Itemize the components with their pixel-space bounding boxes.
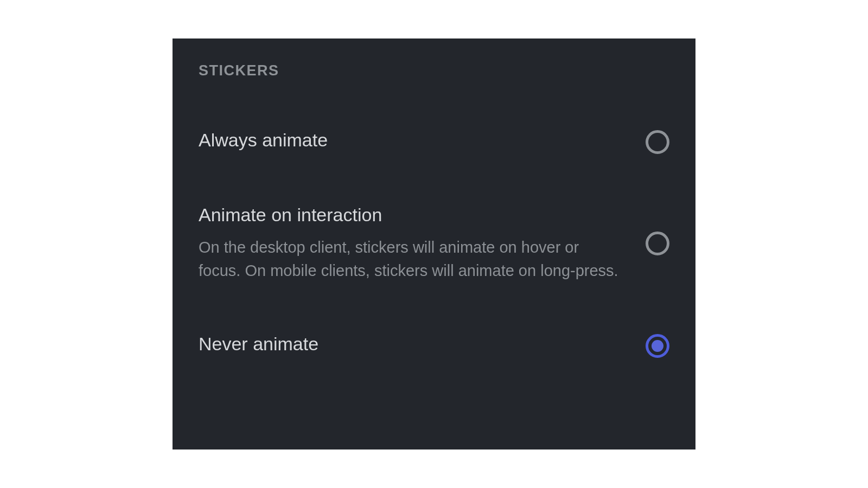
radio-animate-on-interaction[interactable] [646, 232, 669, 255]
option-title: Animate on interaction [199, 204, 624, 226]
radio-never-animate[interactable] [646, 334, 669, 358]
option-animate-on-interaction[interactable]: Animate on interaction On the desktop cl… [199, 204, 669, 283]
section-header: STICKERS [199, 62, 669, 79]
radio-always-animate[interactable] [646, 130, 669, 154]
option-text: Never animate [199, 333, 646, 355]
radio-wrapper [646, 129, 669, 154]
option-never-animate[interactable]: Never animate [199, 333, 669, 358]
option-always-animate[interactable]: Always animate [199, 129, 669, 154]
option-title: Never animate [199, 333, 624, 355]
option-text: Animate on interaction On the desktop cl… [199, 204, 646, 283]
option-title: Always animate [199, 129, 624, 151]
option-description: On the desktop client, stickers will ani… [199, 236, 624, 283]
radio-wrapper [646, 333, 669, 358]
stickers-settings-panel: STICKERS Always animate Animate on inter… [173, 38, 695, 450]
option-text: Always animate [199, 129, 646, 151]
radio-wrapper [646, 232, 669, 255]
